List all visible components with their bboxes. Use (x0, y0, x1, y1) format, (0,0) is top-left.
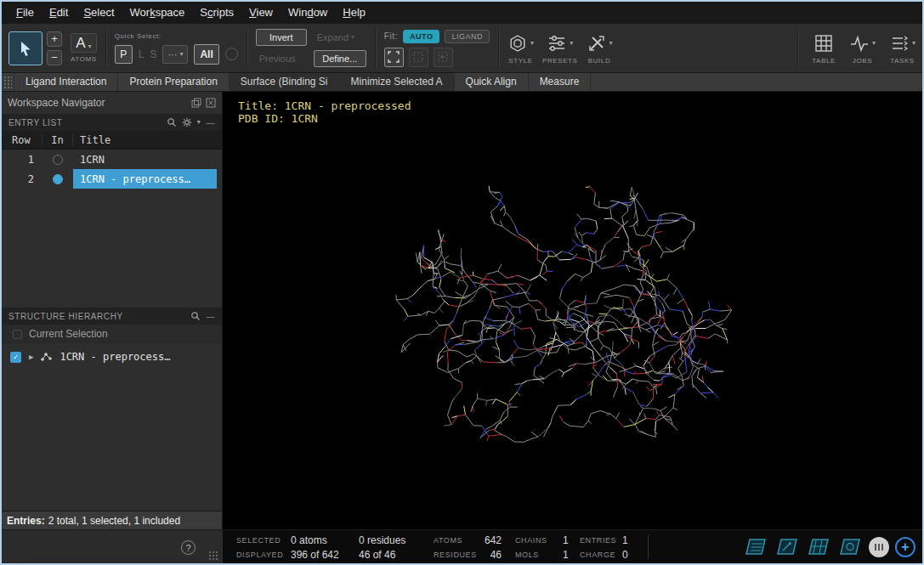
structure-hierarchy-title: STRUCTURE HIERARCHY (9, 312, 123, 321)
entry-list-header: ENTRY LIST ▾ — (2, 114, 222, 131)
cursor-arrow-icon (17, 40, 34, 57)
define-button[interactable]: Define... (314, 50, 366, 67)
entries-count-value: 1 (622, 534, 635, 546)
quick-select-more-button[interactable]: ··· ▾ (162, 45, 188, 64)
entry-row-2[interactable]: 2 1CRN - preprocess… (2, 169, 222, 189)
translate-tool-icon[interactable] (774, 536, 800, 558)
tab-measure[interactable]: Measure (528, 73, 592, 91)
tab-surface-binding-site[interactable]: Surface (Binding Si (229, 73, 339, 91)
spin-toggle-button[interactable] (869, 537, 889, 557)
entry-title[interactable]: 1CRN (73, 150, 222, 169)
invert-button[interactable]: Invert (256, 29, 307, 46)
build-tools-icon (587, 33, 607, 54)
entry-title[interactable]: 1CRN - preprocess… (73, 169, 217, 189)
slab-tool-icon[interactable] (837, 536, 863, 558)
minus-button[interactable]: − (47, 50, 62, 65)
search-icon[interactable] (190, 311, 201, 321)
fit-ligand-button[interactable]: LIGAND (445, 30, 490, 43)
select-cursor-button[interactable] (9, 31, 43, 65)
include-toggle-icon[interactable] (53, 174, 63, 184)
entry-list-title: ENTRY LIST (9, 118, 62, 127)
fit-group: Fit: AUTO LIGAND (384, 30, 490, 67)
quick-select-protein-button[interactable]: P (115, 45, 133, 64)
chains-count-value: 1 (563, 534, 580, 546)
residues-count-label: RESIDUES (434, 551, 481, 559)
tab-protein-preparation[interactable]: Protein Preparation (117, 73, 228, 91)
expand-arrow-icon[interactable]: ▶ (29, 353, 33, 361)
menu-window[interactable]: Window (281, 2, 335, 24)
quick-select-group: Quick Select: P L S ··· ▾ All (115, 32, 238, 65)
add-view-button[interactable]: + (895, 537, 915, 557)
previous-view-button[interactable] (434, 48, 453, 67)
collapse-icon[interactable]: — (206, 312, 215, 321)
select-all-button[interactable]: All (194, 44, 218, 65)
column-in[interactable]: In (43, 134, 73, 146)
build-tool[interactable]: ▾ BUILD (587, 31, 613, 65)
style-tool[interactable]: ▾ STYLE (507, 31, 534, 65)
menu-select[interactable]: Select (76, 2, 122, 24)
previous-button[interactable]: Previous (256, 54, 307, 64)
column-title[interactable]: Title (73, 134, 222, 146)
displayed-atoms-value: 396 of 642 (291, 549, 359, 561)
menu-help[interactable]: Help (335, 2, 373, 24)
displayed-residues-value: 46 of 46 (359, 549, 434, 561)
caret-down-icon: ▾ (570, 40, 573, 47)
entries-summary-label: Entries: (7, 515, 45, 527)
undock-icon[interactable] (191, 98, 201, 108)
fit-view-button[interactable] (384, 48, 404, 67)
fit-label: Fit: (384, 31, 398, 41)
column-row[interactable]: Row (2, 134, 43, 146)
collapse-icon[interactable]: — (206, 118, 215, 127)
visibility-checkbox[interactable]: ✓ (10, 352, 21, 363)
hierarchy-empty-area (2, 366, 222, 511)
menu-scripts[interactable]: Scripts (192, 2, 241, 24)
status-left-panel: ? (2, 529, 223, 563)
plus-button[interactable]: + (47, 31, 62, 47)
zoom-region-button[interactable] (409, 48, 428, 67)
selection-checkbox[interactable] (13, 330, 22, 339)
menu-edit[interactable]: Edit (42, 2, 76, 24)
status-divider (648, 534, 649, 559)
quick-select-solvent-button[interactable]: S (150, 48, 156, 60)
atoms-label: ATOMS (71, 55, 97, 63)
gear-icon[interactable] (182, 117, 192, 127)
atoms-count-value: 642 (481, 534, 502, 546)
help-button[interactable]: ? (181, 540, 196, 555)
tabbar-grip[interactable] (3, 76, 12, 88)
quick-select-ligand-button[interactable]: L (139, 48, 145, 60)
presets-tool[interactable]: ▾ PRESETS (542, 31, 578, 65)
main-toolbar: + − A ▾ ATOMS Quick Select: P L S ··· ▾ (2, 24, 922, 73)
tab-quick-align[interactable]: Quick Align (454, 73, 528, 91)
viewport-title-line: Title: 1CRN - preprocessed (238, 99, 411, 112)
close-icon[interactable] (206, 98, 216, 108)
toolbar-separator (498, 29, 499, 68)
expand-button[interactable]: Expand ▾ (314, 32, 366, 42)
current-selection-row[interactable]: Current Selection (2, 325, 222, 343)
toolbar-separator (247, 29, 247, 68)
workspace-navigator-panel: Workspace Navigator ENTRY LIST (2, 92, 223, 529)
toolbar-separator (797, 29, 798, 68)
rotate-tool-icon[interactable] (743, 536, 768, 558)
mols-count-value: 1 (563, 549, 580, 561)
atoms-button[interactable]: A ▾ (71, 33, 96, 53)
jobs-panel-button[interactable]: ▾ JOBS (849, 31, 876, 65)
search-icon[interactable] (167, 117, 177, 127)
hierarchy-item-row[interactable]: ✓ ▶ 1CRN - preprocess… (2, 347, 222, 366)
resize-grip[interactable] (208, 551, 218, 561)
include-toggle-icon[interactable] (53, 155, 63, 165)
table-panel-button[interactable]: TABLE (812, 31, 836, 65)
fit-auto-button[interactable]: AUTO (403, 30, 439, 43)
menu-file[interactable]: File (9, 2, 42, 24)
menu-view[interactable]: View (241, 2, 281, 24)
zoom-tool-icon[interactable] (806, 536, 831, 558)
workspace-3d-viewport[interactable]: Title: 1CRN - preprocessed PDB ID: 1CRN (223, 92, 922, 529)
tab-ligand-interaction[interactable]: Ligand Interaction (14, 73, 117, 91)
menu-workspace[interactable]: Workspace (122, 2, 193, 24)
tab-minimize-selected[interactable]: Minimize Selected A (339, 73, 454, 91)
caret-down-icon[interactable]: ▾ (197, 119, 201, 126)
entry-row-1[interactable]: 1 1CRN (2, 150, 222, 169)
app-window: File Edit Select Workspace Scripts View … (0, 0, 924, 565)
deselect-circle-icon[interactable] (225, 48, 238, 60)
tasks-panel-button[interactable]: ▾ TASKS (889, 31, 915, 65)
caret-down-icon: ▾ (179, 51, 183, 58)
